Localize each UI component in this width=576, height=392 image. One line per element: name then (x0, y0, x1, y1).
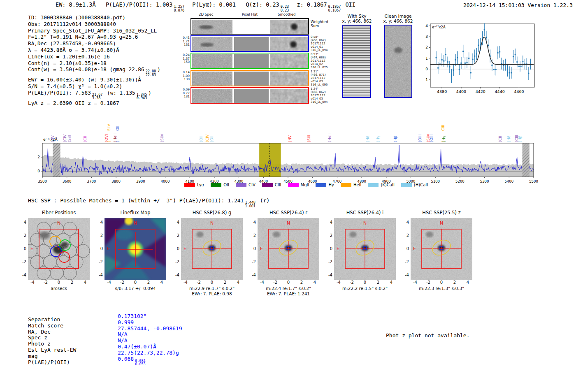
y-tick-label: 4 (406, 220, 409, 225)
svg-text:3500: 3500 (38, 179, 47, 183)
y-tick-label: -2 (328, 260, 332, 264)
svg-text:(: ( (160, 141, 164, 142)
legend-label: CIII (275, 183, 281, 187)
fiber-weights: 0.090.77131 (182, 88, 190, 99)
x-tick-label: -2 (197, 280, 201, 285)
qz-lo: 0.23 (281, 9, 289, 12)
svg-text:(: ( (442, 141, 446, 142)
svg-text:Hγ: Hγ (376, 135, 380, 141)
compass-east: E (260, 246, 263, 251)
svg-text:Hβ: Hβ (393, 135, 397, 141)
2d-spectra-section: 2D Spec Pixel Flat Smoothed Weighted Sum… (182, 12, 334, 106)
plae-lo: 0.876 (174, 9, 185, 12)
col-header-smoothed: Smoothed (278, 12, 295, 16)
x-tick-label: -2 (120, 280, 124, 285)
hsc-i-image: NE (334, 218, 396, 280)
primary-spec-slot: Primary Spec_Slot_IFU_AMP: 316_032_052_L… (28, 28, 160, 34)
x-tick-label: -4 (413, 280, 417, 285)
x-tick-label: 2 (147, 280, 150, 285)
gmag-lo: 22.83 (146, 73, 156, 77)
svg-text:4: 4 (425, 24, 428, 28)
fiber3-meta: 1.31"(466, 871)20171112v014_03316_LL_095 (311, 70, 334, 86)
2d-row-fiber1 (190, 35, 309, 52)
svg-text:(: ( (51, 141, 55, 142)
col-header-2dspec: 2D Spec (199, 12, 213, 16)
legend-swatch (211, 183, 221, 187)
y-tick-label: 4 (24, 220, 26, 225)
svg-text:OII: OII (210, 136, 214, 141)
photz-unavailable-notice: Phot z plot not available. (386, 332, 470, 339)
ew-value: EW: 8.9±1.3Å (56, 1, 96, 8)
svg-text:4400: 4400 (456, 89, 466, 94)
ra-dec: RA,Dec (27.857458,-0.098665) (28, 40, 160, 47)
svg-text:4440: 4440 (495, 89, 505, 94)
plae-close: ) (148, 90, 151, 96)
mag-size-label: m:22.4 re:1.7" s:0.2" (249, 286, 327, 291)
x-tick-label: 0 (440, 280, 443, 285)
svg-text:SiII: SiII (67, 135, 72, 141)
x-tick-label: 2 (224, 280, 226, 285)
legend-swatch (341, 183, 351, 187)
x-axis-label: arcsecs (20, 286, 98, 291)
ewr-plae-label: EWr: 7. PLAE: 0.98 (173, 291, 251, 296)
y-tick-label: 0 (24, 246, 26, 251)
hsc-filter: (r) (260, 197, 269, 204)
ewr-plae-label: EWr: 7. PLAE: 1.241 (249, 291, 327, 296)
lineflux-map-image: N E (105, 218, 166, 280)
svg-text:4380: 4380 (437, 89, 447, 94)
svg-text:(: ( (116, 141, 120, 142)
x-tick-label: -2 (350, 280, 354, 285)
legend-item: MgII (288, 183, 309, 187)
plae-det-lo: 3.38 (92, 96, 100, 100)
legend-swatch (401, 183, 412, 187)
y-tick-label: -4 (99, 273, 103, 277)
plae-text: P(LAE)/P(OII): 7.583 (28, 90, 91, 96)
svg-text:2: 2 (37, 155, 40, 159)
svg-text:CII: CII (498, 136, 502, 141)
x-tick-label: 4 (467, 280, 469, 285)
svg-text:Hγ: Hγ (442, 135, 446, 141)
compass-east: E (337, 246, 339, 251)
svg-text:OVI: OVI (105, 134, 109, 141)
panel-title: Lineflux Map (96, 210, 174, 216)
x-tick-label: 2 (300, 280, 303, 285)
y-tick-label: -2 (22, 260, 26, 264)
svg-text:Hβ: Hβ (518, 135, 522, 141)
svg-text:4460: 4460 (514, 89, 524, 94)
legend-swatch (236, 183, 246, 187)
x-tick-label: -4 (260, 280, 264, 285)
compass-north: N (440, 220, 443, 226)
ewr: EWr = 16.00(±3.40) (w: 9.30(±1.30))Å (28, 77, 160, 83)
legend-item: OII (211, 183, 229, 187)
legend-swatch (288, 183, 299, 187)
match-labels: Separation Match score RA, Dec Spec z Ph… (28, 317, 76, 365)
y-tick-label: 0 (330, 246, 332, 251)
y-tick-label: 4 (253, 220, 256, 225)
line-fit-zoom-plot: -10123443804400442044404460e⁻¹⁷x2Å (424, 19, 564, 101)
panel-title: HSC SSP(26.4) r (249, 210, 327, 216)
svg-text:HeII: HeII (327, 133, 332, 141)
fiber-weights: 0.141.09130 (182, 71, 190, 81)
legend-label: Lyα (197, 183, 204, 187)
obs-id: Obs: 20171112v014_3000388840 (28, 21, 160, 28)
y-tick-label: -4 (22, 273, 26, 277)
x-tick-label: 0 (287, 280, 290, 285)
y-tick-label: 2 (253, 233, 256, 238)
cont-n: Cont(n) = 2.10(±0.35)e-18 (28, 60, 160, 67)
svg-text:CIV: CIV (63, 134, 67, 141)
svg-text:CII: CII (83, 136, 87, 141)
fiber2-meta: 0.93"(467, 688)20171112v014_02316_LL_075 (311, 53, 334, 69)
svg-text:-1: -1 (424, 78, 428, 82)
svg-text:5500: 5500 (529, 179, 538, 183)
y-tick-label: 2 (24, 233, 26, 238)
clean-image (384, 25, 412, 98)
compass-north: N (57, 220, 60, 226)
svg-text:(: ( (328, 141, 332, 142)
x-tick-label: -2 (273, 280, 277, 285)
2d-row-fiber4 (190, 87, 309, 104)
svg-text:e⁻¹⁷x2Å: e⁻¹⁷x2Å (432, 25, 446, 29)
svg-text:OIII: OIII (418, 135, 422, 141)
y-axis-ticks: -4-2024 (172, 218, 180, 280)
x-tick-label: -4 (30, 280, 35, 285)
legend-item: (H)CaII (401, 183, 428, 187)
